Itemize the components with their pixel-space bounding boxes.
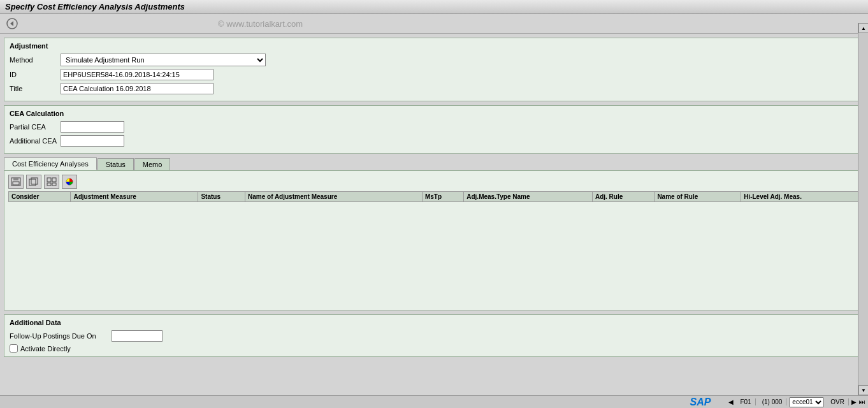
partial-cea-input[interactable] [61, 121, 124, 133]
method-row: Method Simulate Adjustment Run Post Adju… [10, 54, 858, 66]
sap-logo: SAP [690, 397, 711, 408]
tabs-section: Cost Efficiency Analyses Status Memo [4, 157, 864, 310]
svg-rect-6 [47, 178, 51, 182]
grid-circle-btn[interactable] [62, 175, 77, 189]
additional-cea-input[interactable] [61, 135, 124, 147]
adjustment-title: Adjustment [10, 42, 858, 50]
title-input[interactable] [61, 83, 213, 94]
col-adjustment-measure: Adjustment Measure [71, 192, 198, 202]
additional-cea-label: Additional CEA [10, 137, 61, 145]
grid-empty-area [8, 202, 860, 304]
main-content: Adjustment Method Simulate Adjustment Ru… [0, 34, 868, 404]
tab-status[interactable]: Status [98, 158, 134, 170]
activate-label: Activate Directly [20, 345, 71, 353]
tab-content: Consider Adjustment Measure Status Name … [4, 170, 864, 310]
follow-up-row: Follow-Up Postings Due On [10, 330, 858, 342]
transaction-status: F01 [736, 398, 755, 405]
mode-status: OVR [827, 398, 849, 405]
session-select[interactable]: ecce01 [789, 397, 824, 407]
scroll-down-btn[interactable]: ▼ [858, 385, 868, 395]
col-mstp: MsTp [422, 192, 463, 202]
col-status: Status [198, 192, 245, 202]
session-status: (1) 000 [758, 398, 787, 405]
col-name-of-adjustment: Name of Adjustment Measure [245, 192, 423, 202]
nav-back-icon[interactable]: ◀ [728, 398, 734, 405]
additional-cea-row: Additional CEA [10, 135, 858, 147]
svg-rect-2 [13, 178, 18, 180]
additional-data-section: Additional Data Follow-Up Postings Due O… [4, 314, 864, 357]
id-input[interactable] [61, 69, 213, 80]
adjustment-section: Adjustment Method Simulate Adjustment Ru… [4, 38, 864, 101]
method-label: Method [10, 56, 61, 64]
method-select[interactable]: Simulate Adjustment Run Post Adjustment … [61, 54, 266, 66]
cea-calculation-section: CEA Calculation Partial CEA Additional C… [4, 105, 864, 154]
title-row: Title [10, 83, 858, 94]
grid-table: Consider Adjustment Measure Status Name … [8, 191, 860, 202]
activate-row: Activate Directly [10, 344, 858, 353]
toolbar: © www.tutorialkart.com [0, 14, 868, 34]
grid-layout-btn[interactable] [44, 175, 59, 189]
additional-data-title: Additional Data [10, 319, 858, 326]
follow-up-input[interactable] [112, 330, 163, 342]
back-icon[interactable] [5, 17, 19, 31]
col-adj-meas-type-name: Adj.Meas.Type Name [464, 192, 593, 202]
activate-checkbox[interactable] [10, 344, 18, 353]
svg-rect-9 [52, 183, 56, 186]
col-consider: Consider [9, 192, 71, 202]
page-title: Specify Cost Efficiency Analysis Adjustm… [5, 2, 185, 11]
title-label: Title [10, 85, 61, 92]
partial-cea-label: Partial CEA [10, 123, 61, 131]
grid-copy-btn[interactable] [26, 175, 41, 189]
partial-cea-row: Partial CEA [10, 121, 858, 133]
svg-rect-3 [13, 182, 19, 185]
status-bar: SAP ◀ F01 (1) 000 ecce01 OVR ▶ ⏭ [0, 395, 868, 408]
id-row: ID [10, 69, 858, 80]
tab-cost-efficiency[interactable]: Cost Efficiency Analyses [4, 157, 97, 170]
title-bar: Specify Cost Efficiency Analysis Adjustm… [0, 0, 868, 14]
cea-title: CEA Calculation [10, 110, 858, 117]
grid-toolbar [8, 175, 860, 189]
svg-rect-7 [52, 178, 56, 182]
watermark-text: © www.tutorialkart.com [218, 19, 303, 29]
follow-up-label: Follow-Up Postings Due On [10, 332, 112, 340]
tab-memo[interactable]: Memo [134, 158, 171, 170]
svg-rect-8 [47, 183, 51, 186]
nav-end-icon[interactable]: ⏭ [859, 398, 865, 405]
tabs-header: Cost Efficiency Analyses Status Memo [4, 157, 864, 170]
id-label: ID [10, 71, 61, 78]
scrollbar[interactable]: ▲ ▼ [858, 23, 868, 395]
nav-forward-icon[interactable]: ▶ [851, 398, 857, 405]
col-name-of-rule: Name of Rule [655, 192, 741, 202]
col-hi-level-adj-meas: Hi-Level Adj. Meas. [741, 192, 860, 202]
col-adj-rule: Adj. Rule [592, 192, 654, 202]
scroll-up-btn[interactable]: ▲ [858, 23, 868, 33]
grid-save-btn[interactable] [8, 175, 24, 189]
